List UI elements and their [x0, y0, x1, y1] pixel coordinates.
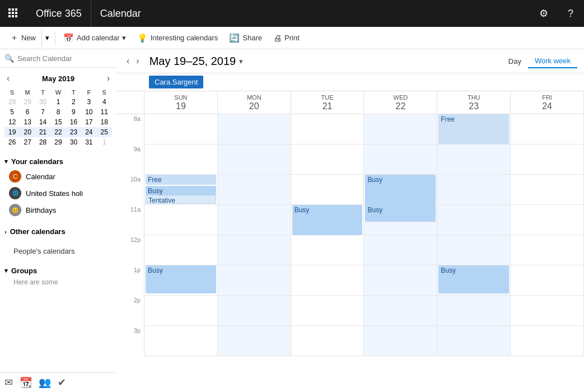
- work-week-view-button[interactable]: Work week: [528, 54, 577, 68]
- interesting-calendars-button[interactable]: 💡 Interesting calendars: [132, 29, 224, 47]
- calendar-icon-btn[interactable]: 📆: [20, 376, 32, 389]
- calendar-cell[interactable]: Busy: [291, 205, 365, 235]
- mini-cal-day[interactable]: 7: [35, 107, 50, 117]
- mini-cal-day[interactable]: 3: [81, 97, 96, 107]
- calendar-cell[interactable]: [364, 144, 437, 175]
- cal-prev-arrow[interactable]: ‹: [123, 54, 133, 68]
- mini-cal-day[interactable]: 13: [20, 117, 35, 127]
- calendar-cell[interactable]: FreeBusyTentative: [144, 175, 218, 205]
- calendar-event[interactable]: Busy: [292, 205, 363, 235]
- mini-cal-day[interactable]: 1: [50, 97, 66, 107]
- mini-cal-next[interactable]: ›: [105, 72, 112, 85]
- calendar-cell[interactable]: [511, 296, 584, 326]
- calendar-cell[interactable]: [218, 296, 291, 326]
- your-calendars-header[interactable]: ▾ Your calendars: [4, 155, 112, 168]
- calendar-item-us-holidays[interactable]: 🌐 United States holi: [4, 185, 112, 202]
- mini-cal-day[interactable]: 31: [81, 137, 96, 147]
- calendar-cell[interactable]: [364, 265, 437, 296]
- calendar-event[interactable]: Free: [146, 175, 216, 185]
- people-icon-btn[interactable]: 👥: [39, 376, 51, 389]
- calendar-event[interactable]: Free: [438, 114, 509, 144]
- mini-cal-day[interactable]: 1: [97, 137, 112, 147]
- help-button[interactable]: ?: [557, 0, 584, 27]
- calendar-cell[interactable]: [218, 265, 291, 296]
- mini-cal-day[interactable]: 10: [81, 107, 96, 117]
- other-calendars-header[interactable]: › Other calendars: [4, 225, 112, 238]
- mini-cal-day[interactable]: 30: [66, 137, 81, 147]
- calendar-cell[interactable]: [364, 296, 437, 326]
- calendar-cell[interactable]: [218, 144, 291, 175]
- mini-cal-day[interactable]: 20: [20, 127, 35, 137]
- calendar-event[interactable]: Busy: [146, 265, 216, 293]
- mini-cal-day[interactable]: 2: [66, 97, 81, 107]
- calendar-cell[interactable]: Busy: [437, 265, 511, 296]
- calendar-event[interactable]: Busy: [365, 205, 436, 222]
- calendar-cell[interactable]: [144, 114, 218, 144]
- mini-cal-day[interactable]: 28: [35, 137, 50, 147]
- mini-cal-day[interactable]: 19: [4, 127, 20, 137]
- mini-cal-day[interactable]: 11: [97, 107, 112, 117]
- search-input[interactable]: [17, 54, 112, 63]
- share-button[interactable]: 🔄 Share: [223, 29, 268, 47]
- mini-cal-prev[interactable]: ‹: [4, 72, 12, 85]
- calendar-cell[interactable]: [291, 144, 365, 175]
- calendar-cell[interactable]: [437, 144, 511, 175]
- mini-cal-day[interactable]: 26: [4, 137, 20, 147]
- calendar-cell[interactable]: [364, 235, 437, 265]
- calendar-cell[interactable]: Busy: [364, 205, 437, 235]
- mini-cal-day[interactable]: 8: [50, 107, 66, 117]
- mini-cal-day[interactable]: 16: [66, 117, 81, 127]
- day-view-button[interactable]: Day: [502, 54, 528, 68]
- calendar-cell[interactable]: [291, 265, 365, 296]
- calendar-cell[interactable]: [291, 235, 365, 265]
- calendar-cell[interactable]: [218, 175, 291, 205]
- mini-cal-day[interactable]: 25: [97, 127, 112, 137]
- cal-date-dropdown-icon[interactable]: ▾: [239, 57, 243, 66]
- calendar-item-birthdays[interactable]: 😊 Birthdays: [4, 202, 112, 218]
- mini-cal-day[interactable]: 29: [50, 137, 66, 147]
- mini-cal-day[interactable]: 27: [20, 137, 35, 147]
- mini-cal-day[interactable]: 4: [97, 97, 112, 107]
- calendar-cell[interactable]: [291, 175, 365, 205]
- calendar-cell[interactable]: [144, 296, 218, 326]
- calendar-cell[interactable]: [511, 205, 584, 235]
- mini-cal-day[interactable]: 24: [81, 127, 96, 137]
- calendar-cell[interactable]: [218, 114, 291, 144]
- mini-cal-day[interactable]: 15: [50, 117, 66, 127]
- calendar-cell[interactable]: [364, 114, 437, 144]
- mini-cal-day[interactable]: 5: [4, 107, 20, 117]
- calendar-cell[interactable]: [144, 235, 218, 265]
- calendar-cell[interactable]: [218, 205, 291, 235]
- add-calendar-button[interactable]: 📅 Add calendar ▾: [58, 29, 132, 47]
- calendar-cell[interactable]: [364, 326, 437, 356]
- settings-button[interactable]: ⚙: [530, 0, 557, 27]
- calendar-event[interactable]: Tentative: [146, 195, 216, 204]
- calendar-cell[interactable]: [437, 326, 511, 356]
- mini-cal-day[interactable]: 29: [20, 97, 35, 107]
- tasks-icon-btn[interactable]: ✔: [58, 376, 66, 389]
- mini-cal-day[interactable]: 9: [66, 107, 81, 117]
- calendar-cell[interactable]: [511, 175, 584, 205]
- calendar-cell[interactable]: [437, 205, 511, 235]
- mini-cal-day[interactable]: 18: [97, 117, 112, 127]
- calendar-cell[interactable]: Free: [437, 114, 511, 144]
- calendar-cell[interactable]: [144, 205, 218, 235]
- calendar-event[interactable]: Busy: [438, 265, 509, 293]
- calendar-cell[interactable]: [511, 114, 584, 144]
- mini-cal-day[interactable]: 23: [66, 127, 81, 137]
- calendar-cell[interactable]: [511, 265, 584, 296]
- mini-cal-day[interactable]: 22: [50, 127, 66, 137]
- mini-cal-day[interactable]: 6: [20, 107, 35, 117]
- peoples-calendars-item[interactable]: People's calendars: [4, 245, 112, 258]
- mini-cal-day[interactable]: 12: [4, 117, 20, 127]
- calendar-cell[interactable]: [511, 144, 584, 175]
- calendar-cell[interactable]: [291, 114, 365, 144]
- print-button[interactable]: 🖨 Print: [268, 29, 305, 47]
- calendar-event[interactable]: Busy: [365, 175, 436, 205]
- calendar-cell[interactable]: [218, 235, 291, 265]
- calendar-cell[interactable]: [291, 296, 365, 326]
- mini-cal-day[interactable]: 17: [81, 117, 96, 127]
- new-dropdown-arrow[interactable]: ▾: [41, 29, 53, 47]
- mini-cal-day[interactable]: 28: [4, 97, 20, 107]
- new-button[interactable]: ＋ New: [4, 29, 41, 47]
